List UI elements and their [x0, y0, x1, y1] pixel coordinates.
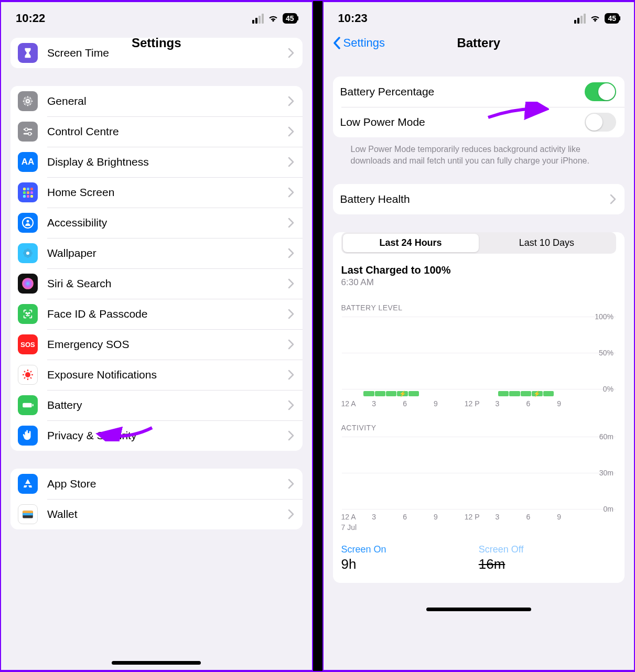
row-low-power-mode[interactable]: Low Power Mode — [333, 107, 625, 137]
cellular-icon — [574, 14, 586, 24]
row-faceid[interactable]: Face ID & Passcode — [10, 299, 303, 329]
low-power-note: Low Power Mode temporarily reduces backg… — [333, 137, 625, 166]
svg-rect-12 — [27, 195, 29, 198]
x-axis: 12 A36912 P369 — [341, 399, 588, 408]
low-power-switch[interactable] — [585, 113, 616, 132]
wifi-icon — [589, 13, 601, 24]
label: Battery Percentage — [340, 85, 585, 98]
row-battery-health[interactable]: Battery Health — [333, 184, 625, 214]
chevron-right-icon — [288, 509, 294, 519]
chevron-left-icon — [333, 37, 341, 49]
row-control-centre[interactable]: Control Centre — [10, 116, 303, 147]
row-battery-percentage[interactable]: Battery Percentage — [333, 77, 625, 107]
svg-point-27 — [29, 312, 30, 313]
wifi-icon — [267, 13, 279, 24]
back-label: Settings — [343, 36, 385, 50]
label: Display & Brightness — [47, 156, 288, 168]
screen-on-val: 9h — [341, 556, 479, 572]
screen-off-val: 16m — [479, 556, 616, 572]
row-home-screen[interactable]: Home Screen — [10, 177, 303, 208]
group-battery-health: Battery Health — [333, 184, 625, 214]
group-toggles: Battery Percentage Low Power Mode — [333, 77, 625, 137]
label: Low Power Mode — [340, 116, 585, 128]
seg-last-24h[interactable]: Last 24 Hours — [343, 234, 479, 252]
svg-point-24 — [26, 252, 29, 255]
chevron-right-icon — [288, 48, 294, 58]
row-siri[interactable]: Siri & Search — [10, 268, 303, 299]
battery-percentage-switch[interactable] — [585, 82, 616, 101]
last-charged-title: Last Charged to 100% — [341, 264, 617, 276]
segmented-control[interactable]: Last 24 Hours Last 10 Days — [341, 232, 617, 254]
person-icon — [18, 213, 38, 233]
chevron-right-icon — [288, 339, 294, 350]
svg-rect-13 — [30, 195, 33, 198]
hourglass-icon — [18, 43, 38, 63]
screen-on-label: Screen On — [341, 544, 479, 555]
label: Wallpaper — [47, 247, 288, 259]
label: Emergency SOS — [47, 338, 288, 351]
row-exposure[interactable]: Exposure Notifications — [10, 360, 303, 390]
label: Face ID & Passcode — [47, 308, 288, 320]
status-bar: 10:22 45 — [1, 2, 312, 29]
row-display[interactable]: AADisplay & Brightness — [10, 147, 303, 177]
siri-icon — [18, 274, 38, 294]
appstore-icon — [18, 474, 38, 494]
label: Battery Health — [340, 193, 610, 205]
row-battery[interactable]: Battery — [10, 390, 303, 420]
row-wallet[interactable]: Wallet — [10, 499, 303, 529]
row-app-store[interactable]: App Store — [10, 469, 303, 499]
svg-point-25 — [22, 278, 34, 289]
label: General — [47, 95, 288, 107]
screen-usage-row: Screen On 9h Screen Off 16m — [341, 544, 617, 572]
svg-point-4 — [28, 132, 31, 135]
chevron-right-icon — [288, 218, 294, 228]
group-screentime: Screen Time — [10, 38, 303, 68]
svg-rect-33 — [23, 513, 33, 515]
usage-card: Last 24 Hours Last 10 Days Last Charged … — [333, 232, 625, 583]
svg-point-28 — [25, 372, 30, 377]
svg-point-26 — [26, 312, 27, 313]
battery-icon: 45 — [283, 13, 297, 24]
activity-caption: ACTIVITY — [341, 424, 617, 432]
status-time: 10:22 — [16, 12, 45, 25]
chevron-right-icon — [288, 430, 294, 441]
battery-icon: 45 — [605, 13, 619, 24]
date-tag: 7 Jul — [341, 523, 617, 532]
cellular-icon — [252, 14, 264, 24]
seg-last-10d[interactable]: Last 10 Days — [479, 234, 615, 252]
status-bar: 10:23 45 — [324, 2, 634, 29]
svg-rect-10 — [30, 191, 33, 194]
row-wallpaper[interactable]: Wallpaper — [10, 238, 303, 268]
battery-level-chart: 100% 50% 0% — [341, 316, 588, 389]
chevron-right-icon — [288, 248, 294, 258]
svg-point-15 — [27, 220, 29, 223]
svg-point-14 — [23, 218, 33, 228]
svg-rect-11 — [23, 195, 26, 198]
aa-icon: AA — [18, 152, 38, 172]
label: Battery — [47, 399, 288, 411]
covid-icon — [18, 365, 38, 385]
row-screen-time[interactable]: Screen Time — [10, 38, 303, 68]
chevron-right-icon — [288, 278, 294, 289]
back-button[interactable]: Settings — [333, 36, 385, 50]
row-accessibility[interactable]: Accessibility — [10, 208, 303, 238]
svg-rect-30 — [33, 404, 34, 406]
label: Control Centre — [47, 125, 288, 138]
label: App Store — [47, 478, 288, 490]
svg-rect-29 — [23, 403, 31, 408]
row-privacy[interactable]: Privacy & Security — [10, 420, 303, 451]
label: Wallet — [47, 508, 288, 521]
svg-rect-6 — [27, 188, 29, 190]
chevron-right-icon — [288, 370, 294, 380]
row-sos[interactable]: SOSEmergency SOS — [10, 329, 303, 360]
settings-screen: 10:22 45 Settings Screen Time GeneralCon… — [1, 1, 313, 671]
navbar: Settings Battery — [324, 29, 634, 59]
label: Home Screen — [47, 186, 288, 199]
row-general[interactable]: General — [10, 86, 303, 116]
svg-rect-9 — [27, 191, 29, 194]
chevron-right-icon — [610, 194, 616, 204]
label: Siri & Search — [47, 277, 288, 290]
charging-indicator: ⚡⚡ — [341, 391, 588, 396]
hand-icon — [18, 426, 38, 446]
screen-off-label: Screen Off — [479, 544, 616, 555]
